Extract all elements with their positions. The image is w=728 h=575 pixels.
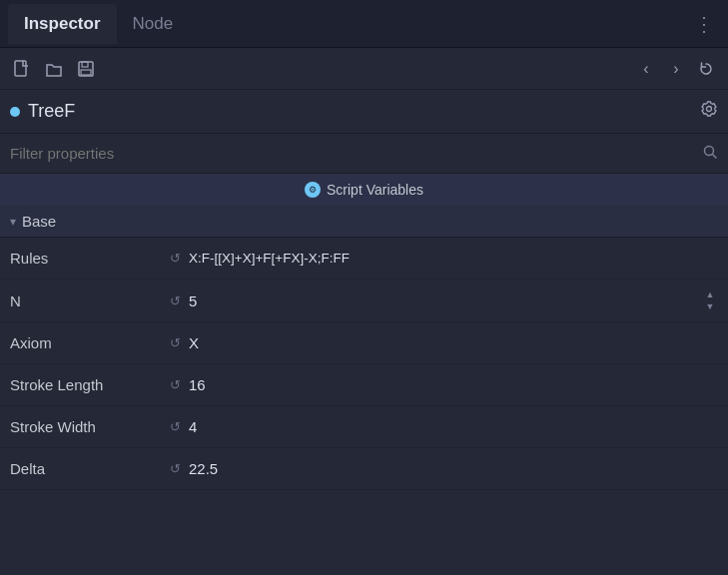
prop-value-delta: 22.5 [189, 460, 718, 477]
prop-row-rules: Rules ↺ X:F-[[X]+X]+F[+FX]-X;F:FF [0, 238, 728, 280]
prop-value-area-delta: ↺ 22.5 [170, 460, 718, 477]
prop-value-area-stroke-length: ↺ 16 [170, 376, 718, 393]
prop-value-rules: X:F-[[X]+X]+F[+FX]-X;F:FF [189, 251, 718, 266]
prop-label-stroke-width: Stroke Width [10, 418, 170, 435]
prop-value-area-axiom: ↺ X [170, 334, 718, 351]
group-chevron-icon: ▾ [10, 215, 16, 229]
prop-value-area-n: ↺ 5 ▲ ▼ [170, 288, 718, 312]
filter-row [0, 134, 728, 174]
prop-row-delta: Delta ↺ 22.5 [0, 448, 728, 490]
svg-rect-3 [81, 70, 91, 75]
prop-row-stroke-length: Stroke Length ↺ 16 [0, 364, 728, 406]
node-name: TreeF [28, 101, 700, 122]
prop-value-stroke-length: 16 [189, 376, 718, 393]
node-dot [10, 107, 20, 117]
tab-inspector[interactable]: Inspector [8, 4, 117, 44]
prop-row-n: N ↺ 5 ▲ ▼ [0, 280, 728, 322]
prop-label-n: N [10, 292, 170, 309]
tab-node[interactable]: Node [117, 4, 190, 44]
prop-label-delta: Delta [10, 460, 170, 477]
properties-area: ⚙ Script Variables ▾ Base Rules ↺ X:F-[[… [0, 174, 728, 575]
n-decrement[interactable]: ▼ [702, 300, 718, 312]
reset-icon-rules[interactable]: ↺ [170, 251, 181, 266]
prop-row-stroke-width: Stroke Width ↺ 4 [0, 406, 728, 448]
back-button[interactable]: ‹ [632, 55, 660, 83]
prop-label-rules: Rules [10, 250, 170, 267]
prop-label-stroke-length: Stroke Length [10, 376, 170, 393]
new-file-button[interactable] [8, 55, 36, 83]
svg-line-6 [713, 155, 717, 159]
filter-input[interactable] [10, 145, 702, 162]
reset-icon-stroke-width[interactable]: ↺ [170, 419, 181, 434]
save-button[interactable] [72, 55, 100, 83]
prop-value-stroke-width: 4 [189, 418, 718, 435]
toolbar: ‹ › [0, 48, 728, 90]
search-icon [702, 144, 718, 163]
history-button[interactable] [692, 55, 720, 83]
script-variables-section: ⚙ Script Variables [0, 174, 728, 206]
prop-value-n: 5 [189, 292, 690, 309]
inspector-panel: Inspector Node ⋮ ‹ [0, 0, 728, 575]
menu-dots-button[interactable]: ⋮ [688, 6, 720, 42]
reset-icon-n[interactable]: ↺ [170, 293, 181, 308]
toolbar-right: ‹ › [632, 55, 720, 83]
prop-row-axiom: Axiom ↺ X [0, 322, 728, 364]
prop-value-axiom: X [189, 334, 718, 351]
open-file-button[interactable] [40, 55, 68, 83]
group-base-label: Base [22, 213, 56, 230]
tab-bar: Inspector Node ⋮ [0, 0, 728, 48]
section-label: Script Variables [327, 182, 423, 198]
node-row: TreeF [0, 90, 728, 134]
svg-rect-0 [15, 61, 26, 76]
group-base-header[interactable]: ▾ Base [0, 206, 728, 238]
n-increment[interactable]: ▲ [702, 288, 718, 300]
node-settings-button[interactable] [700, 100, 718, 123]
forward-button[interactable]: › [662, 55, 690, 83]
svg-point-4 [707, 107, 712, 112]
reset-icon-delta[interactable]: ↺ [170, 461, 181, 476]
prop-value-area-stroke-width: ↺ 4 [170, 418, 718, 435]
script-icon: ⚙ [305, 182, 321, 198]
reset-icon-axiom[interactable]: ↺ [170, 335, 181, 350]
reset-icon-stroke-length[interactable]: ↺ [170, 377, 181, 392]
prop-value-area-rules: ↺ X:F-[[X]+X]+F[+FX]-X;F:FF [170, 251, 718, 266]
n-spinner[interactable]: ▲ ▼ [702, 288, 718, 312]
prop-label-axiom: Axiom [10, 334, 170, 351]
